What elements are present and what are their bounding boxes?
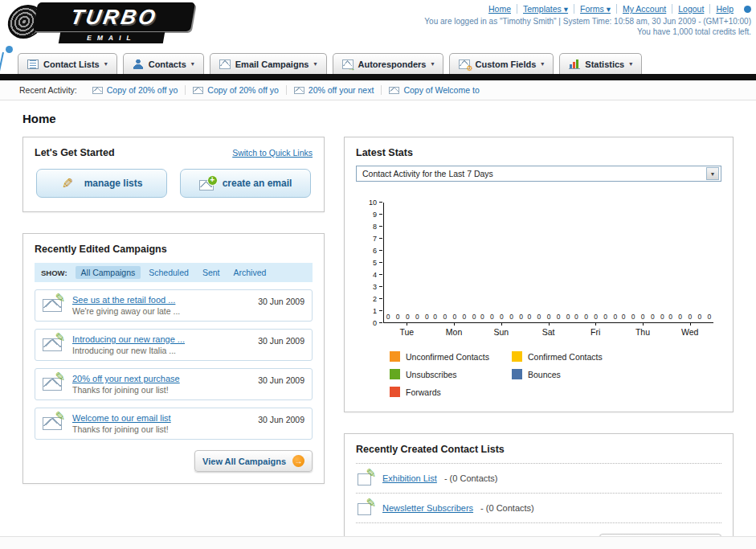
help-dot-icon[interactable]	[744, 6, 751, 13]
get-started-button-icon	[199, 177, 215, 191]
logo-subtitle: EMAIL	[59, 32, 165, 43]
bar-group-values: 0 0 0 0 0	[619, 313, 667, 322]
top-nav-link[interactable]: Forms ▾	[574, 4, 616, 14]
recent-activity-item[interactable]: Copy of Welcome to	[381, 85, 486, 95]
contact-list-link[interactable]: Exhibition List	[382, 473, 437, 483]
campaign-title-link[interactable]: See us at the retail food ...	[72, 295, 180, 305]
legend-swatch-icon	[390, 387, 400, 397]
y-axis-label: 10	[362, 199, 383, 207]
nav-tab[interactable]: Statistics ▾	[559, 53, 642, 74]
legend-item: Forwards	[390, 387, 512, 397]
envelope-pencil-icon	[43, 374, 64, 391]
x-axis-label: Wed	[666, 323, 713, 337]
x-axis-label: Mon	[431, 323, 478, 337]
session-info-block: Home Templates ▾ Forms ▾ My Account Logo…	[424, 4, 751, 36]
contact-list-link[interactable]: Newsletter Subscribers	[382, 503, 473, 513]
campaign-title-link[interactable]: 20% off your next purchase	[72, 374, 180, 383]
get-started-button[interactable]: create an email	[180, 169, 311, 198]
contact-list-item[interactable]: Newsletter Subscribers - (0 Contacts)	[356, 494, 721, 523]
view-all-campaigns-button[interactable]: View All Campaigns	[194, 450, 313, 472]
recent-activity-item[interactable]: Copy of 20% off yo	[85, 85, 186, 95]
recent-activity-label: Recent Activity:	[19, 85, 77, 95]
y-axis-label: 9	[362, 211, 383, 219]
chevron-down-icon: ▾	[313, 61, 317, 68]
campaign-row[interactable]: Welcome to our email list Thanks for joi…	[35, 408, 313, 440]
campaign-row[interactable]: 20% off your next purchase Thanks for jo…	[35, 368, 313, 400]
nav-tab[interactable]: Email Campaigns ▾	[210, 53, 327, 74]
get-started-panel: Let's Get Started Switch to Quick Links …	[22, 137, 325, 212]
recent-activity-item[interactable]: Copy of 20% off yo	[185, 85, 286, 95]
recent-activity-link[interactable]: Copy of 20% off yo	[107, 85, 178, 95]
top-nav-link[interactable]: Help	[709, 4, 739, 14]
recent-activity-link[interactable]: 20% off your next	[309, 85, 374, 95]
nav-tab[interactable]: Custom Fields ▾	[449, 53, 554, 74]
y-axis-label: 6	[362, 247, 383, 255]
x-axis-label: Tue	[383, 323, 431, 337]
view-all-campaigns-label: View All Campaigns	[202, 457, 286, 466]
y-axis-label: 0	[362, 319, 383, 327]
get-started-button[interactable]: manage lists	[36, 169, 167, 198]
y-axis-label: 3	[362, 283, 383, 291]
legend-swatch-icon	[390, 351, 400, 362]
recent-activity-item[interactable]: 20% off your next	[286, 85, 382, 95]
chart-plot: 0 0 0 0 00 0 0 0 00 0 0 0 00 0 0 0 00 0 …	[383, 203, 713, 323]
decorative-antenna-dot	[6, 46, 13, 53]
stats-period-value: Contact Activity for the Last 7 Days	[362, 169, 493, 178]
legend-item: Unsubscribes	[390, 369, 512, 379]
campaign-title-link[interactable]: Introducing our new range ...	[72, 334, 185, 344]
switch-to-quick-links[interactable]: Switch to Quick Links	[232, 148, 313, 158]
legend-swatch-icon	[512, 351, 522, 362]
arrow-right-icon	[292, 455, 304, 467]
campaign-row[interactable]: See us at the retail food ... We're givi…	[35, 289, 313, 322]
campaign-row[interactable]: Introducing our new range ... Introducin…	[35, 329, 313, 361]
campaign-date: 30 Jun 2009	[258, 295, 304, 306]
campaign-filter[interactable]: Archived	[227, 266, 272, 279]
logo-title: TURBO	[69, 5, 160, 30]
recently-edited-campaigns-panel: Recently Edited Campaigns SHOW: All Camp…	[22, 233, 325, 484]
top-nav-link[interactable]: Templates ▾	[517, 4, 574, 14]
show-label: SHOW:	[41, 268, 67, 277]
recently-created-contact-lists-panel: Recently Created Contact Lists Exhibitio…	[344, 433, 734, 549]
chart-x-axis: TueMonSunSatFriThuWed	[383, 323, 713, 337]
top-header: TURBO EMAIL Home Templates ▾ Forms ▾ My …	[0, 0, 756, 50]
nav-tab-icon	[459, 59, 470, 69]
top-nav-link[interactable]: My Account	[616, 4, 672, 14]
nav-tab[interactable]: Contact Lists ▾	[18, 53, 117, 74]
nav-tab-icon	[27, 59, 39, 69]
nav-tab[interactable]: Autoresponders ▾	[333, 53, 444, 74]
select-arrow-icon[interactable]	[706, 167, 719, 180]
campaign-filter[interactable]: All Campaigns	[76, 266, 141, 279]
nav-tab-label: Autoresponders	[358, 59, 427, 69]
envelope-pencil-icon	[43, 334, 64, 352]
nav-tab-label: Contact Lists	[43, 59, 100, 69]
campaign-subtitle: Introducing our new Italia ...	[72, 346, 185, 355]
contact-list-item[interactable]: Exhibition List - (0 Contacts)	[356, 464, 721, 494]
contact-list-count: - (0 Contacts)	[480, 503, 534, 513]
legend-label: Confirmed Contacts	[528, 352, 603, 362]
nav-tab-label: Custom Fields	[475, 59, 536, 69]
top-nav-link[interactable]: Logout	[672, 4, 709, 14]
chart-y-axis: 012345678910	[362, 203, 383, 323]
latest-stats-title: Latest Stats	[356, 147, 721, 158]
legend-item: Confirmed Contacts	[512, 351, 634, 362]
recent-activity-link[interactable]: Copy of 20% off yo	[207, 85, 279, 95]
stats-period-select[interactable]: Contact Activity for the Last 7 Days	[356, 166, 721, 182]
envelope-icon	[294, 87, 304, 94]
envelope-pencil-icon	[43, 413, 64, 431]
chevron-down-icon: ▾	[431, 61, 434, 68]
campaigns-panel-title: Recently Edited Campaigns	[35, 244, 313, 255]
nav-tab[interactable]: Contacts ▾	[123, 53, 204, 74]
nav-tab-icon	[133, 59, 144, 69]
campaign-title-link[interactable]: Welcome to our email list	[72, 413, 171, 423]
chevron-down-icon: ▾	[541, 61, 544, 68]
top-nav-link[interactable]: Home	[483, 4, 517, 14]
x-axis-label: Sat	[525, 323, 572, 337]
main-nav: Contact Lists ▾ Contacts ▾ Email Campaig…	[0, 50, 756, 74]
recent-activity-link[interactable]: Copy of Welcome to	[403, 85, 479, 95]
campaign-filter[interactable]: Scheduled	[143, 266, 194, 279]
campaign-filter[interactable]: Sent	[197, 266, 226, 279]
bar-group-values: 0 0 0 0 0	[431, 313, 479, 322]
bar-group-values: 0 0 0 0 0	[478, 313, 525, 322]
get-started-button-label: create an email	[223, 178, 292, 189]
nav-tab-label: Statistics	[585, 59, 624, 69]
